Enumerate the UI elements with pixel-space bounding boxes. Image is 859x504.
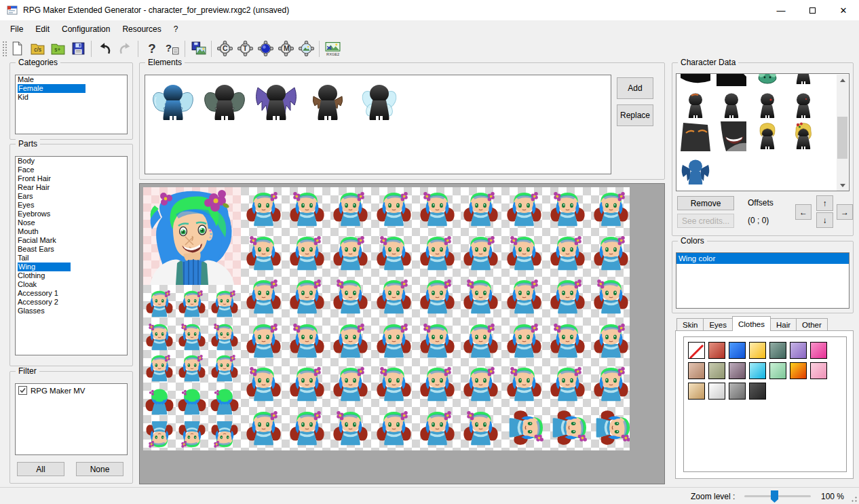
tab-hair[interactable]: Hair [770, 318, 797, 331]
part-item-nose[interactable]: Nose [16, 218, 127, 227]
color-swatch-magenta[interactable] [810, 342, 827, 359]
element-item-angel-wings-blue[interactable] [151, 81, 195, 124]
toolbar-open-s-folder-icon[interactable]: s+ [48, 39, 67, 58]
part-item-accessory-1[interactable]: Accessory 1 [16, 289, 127, 298]
part-facial-mark-dot[interactable] [752, 90, 782, 120]
color-swatch-blue[interactable] [729, 342, 746, 359]
tab-clothes[interactable]: Clothes [732, 316, 771, 331]
colors-list[interactable]: Wing color [676, 252, 850, 309]
color-swatch-gray-green[interactable] [708, 362, 725, 379]
move-right-button[interactable]: → [837, 204, 853, 220]
add-button[interactable]: Add [617, 77, 653, 99]
color-swatch-white[interactable] [708, 383, 725, 400]
move-down-button[interactable]: ↓ [816, 212, 833, 228]
scrollbar-thumb[interactable] [837, 117, 847, 159]
part-nose[interactable] [717, 90, 746, 120]
toolbar-generate-sphere-icon[interactable] [256, 39, 275, 58]
tab-skin[interactable]: Skin [676, 318, 704, 331]
part-front-hair-blond[interactable] [752, 121, 782, 151]
toolbar-rxge2-icon[interactable]: RXGE2 [323, 39, 342, 58]
part-clipped-black-2[interactable] [717, 73, 746, 86]
category-item-female[interactable]: Female [16, 84, 127, 93]
replace-button[interactable]: Replace [617, 104, 653, 126]
color-swatch-gray[interactable] [729, 383, 746, 400]
parts-list[interactable]: BodyFaceFront HairRear HairEarsEyesEyebr… [15, 156, 128, 355]
menu-item-edit[interactable]: Edit [29, 20, 56, 37]
menu-item-resources[interactable]: Resources [116, 20, 167, 37]
preview-panel[interactable] [139, 183, 665, 484]
toolbar-help-topics-icon[interactable]: ? [162, 39, 181, 58]
part-wing-blue-selected[interactable] [681, 157, 710, 187]
filter-item-rpg-maker-mv[interactable]: RPG Maker MV [16, 384, 127, 395]
color-swatch-tan[interactable] [688, 362, 705, 379]
menu-item-q[interactable]: ? [168, 20, 185, 37]
part-clipped-dark[interactable] [788, 73, 818, 86]
toolbar-undo-icon[interactable] [95, 39, 114, 58]
element-item-fairy-wings-cyan[interactable] [358, 81, 401, 124]
part-item-wing[interactable]: Wing [16, 263, 127, 271]
checkbox-checked-icon[interactable] [18, 386, 27, 395]
element-item-bat-wings-small-brown[interactable] [306, 81, 349, 124]
scrollbar-down-button[interactable] [837, 180, 848, 191]
part-item-cloak[interactable]: Cloak [16, 280, 127, 289]
tab-other[interactable]: Other [796, 318, 828, 331]
remove-button[interactable]: Remove [677, 196, 734, 210]
all-button[interactable]: All [17, 462, 64, 476]
part-item-clothing[interactable]: Clothing [16, 271, 127, 280]
color-swatch-yellow[interactable] [749, 342, 766, 359]
color-swatch-mauve[interactable] [729, 362, 746, 379]
maximize-button[interactable] [797, 0, 828, 20]
color-swatch-cyan[interactable] [749, 362, 766, 379]
see-credits-button[interactable]: See credits... [677, 214, 734, 228]
part-item-facial-mark[interactable]: Facial Mark [16, 236, 127, 245]
color-swatch-none[interactable] [688, 342, 705, 359]
color-swatch-red[interactable] [708, 342, 725, 359]
element-item-bat-wings-purple[interactable] [254, 81, 298, 124]
part-beast-ears-green[interactable] [752, 73, 782, 86]
part-item-beast-ears[interactable]: Beast Ears [16, 245, 127, 254]
toolbar-generate-c-icon[interactable]: C [215, 39, 234, 58]
part-item-body[interactable]: Body [16, 157, 127, 166]
part-rear-hair-blond-flowers[interactable] [788, 121, 818, 151]
toolbar-save-icon[interactable] [69, 39, 88, 58]
toolbar-generate-preview-icon[interactable] [297, 39, 316, 58]
toolbar-open-cs-folder-icon[interactable]: c/s [28, 39, 47, 58]
toolbar-grip[interactable] [1, 40, 7, 58]
color-swatch-mint[interactable] [769, 362, 786, 379]
part-facial-mark-small[interactable] [788, 90, 818, 120]
part-item-mouth[interactable]: Mouth [16, 227, 127, 236]
menu-item-file[interactable]: File [4, 20, 29, 37]
part-eyebrows[interactable] [681, 121, 710, 151]
color-swatch-teal[interactable] [769, 342, 786, 359]
part-item-eyes[interactable]: Eyes [16, 201, 127, 210]
character-parts-scrollbar[interactable] [837, 75, 848, 191]
toolbar-redo-icon[interactable] [115, 39, 134, 58]
minimize-button[interactable]: — [765, 0, 797, 20]
part-item-accessory-2[interactable]: Accessory 2 [16, 298, 127, 307]
color-swatch-pink[interactable] [810, 362, 827, 379]
zoom-slider-thumb[interactable] [771, 490, 778, 503]
elements-list[interactable] [145, 75, 611, 174]
part-mouth-grin[interactable] [717, 121, 746, 151]
color-item-wing-color[interactable]: Wing color [676, 253, 849, 264]
menu-item-configuration[interactable]: Configuration [56, 20, 116, 37]
close-button[interactable]: ✕ [828, 0, 859, 20]
part-clipped-black-1[interactable] [681, 73, 710, 86]
color-swatch-orange[interactable] [790, 362, 807, 379]
scrollbar-up-button[interactable] [837, 75, 848, 86]
part-facial-mark-scar[interactable] [681, 90, 710, 120]
part-item-glasses[interactable]: Glasses [16, 307, 127, 315]
category-item-kid[interactable]: Kid [16, 93, 127, 102]
part-item-face[interactable]: Face [16, 166, 127, 174]
toolbar-generate-t-icon[interactable]: T [235, 39, 254, 58]
categories-list[interactable]: MaleFemaleKid [15, 75, 128, 134]
element-item-feather-wings-gray[interactable] [203, 81, 246, 124]
toolbar-export-image-icon[interactable] [189, 39, 208, 58]
resize-grip[interactable] [849, 494, 858, 503]
none-button[interactable]: None [76, 462, 123, 476]
part-item-eyebrows[interactable]: Eyebrows [16, 210, 127, 218]
filter-list[interactable]: RPG Maker MV [15, 383, 128, 455]
move-left-button[interactable]: ← [795, 204, 812, 220]
color-swatch-beige[interactable] [688, 383, 705, 400]
move-up-button[interactable]: ↑ [816, 195, 833, 211]
